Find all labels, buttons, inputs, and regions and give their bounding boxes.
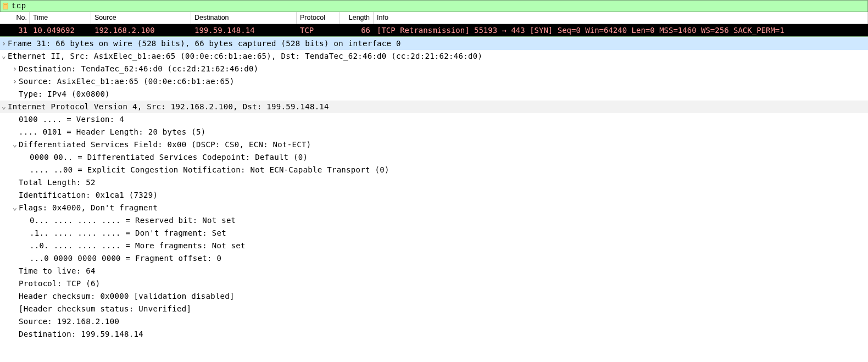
tree-ethernet-label: Ethernet II, Src: AsixElec_b1:ae:65 (00:…	[8, 50, 482, 63]
tree-ip-dst-label: Destination: 199.59.148.14	[19, 328, 143, 341]
packet-list-header: No. Time Source Destination Protocol Len…	[0, 12, 868, 24]
tree-ip-flags-reserved[interactable]: 0... .... .... .... = Reserved bit: Not …	[0, 214, 868, 227]
col-header-info[interactable]: Info	[374, 12, 868, 24]
chevron-down-icon[interactable]	[11, 202, 19, 214]
cell-destination: 199.59.148.14	[191, 24, 297, 36]
chevron-down-icon[interactable]	[0, 101, 8, 113]
chevron-down-icon[interactable]	[11, 138, 19, 151]
tree-ip-checksum-label: Header checksum: 0x0000 [validation disa…	[19, 290, 235, 303]
tree-ip-flags-mf[interactable]: ..0. .... .... .... = More fragments: No…	[0, 240, 868, 252]
tree-ip-checksum-status-label: [Header checksum status: Unverified]	[19, 303, 191, 315]
cell-protocol: TCP	[297, 24, 340, 36]
tree-eth-type[interactable]: Type: IPv4 (0x0800)	[0, 88, 868, 101]
tree-ip-src-label: Source: 192.168.2.100	[19, 315, 119, 328]
tree-ip-flags-df[interactable]: .1.. .... .... .... = Don't fragment: Se…	[0, 227, 868, 240]
tree-ip-hdrlen[interactable]: .... 0101 = Header Length: 20 bytes (5)	[0, 126, 868, 138]
tree-ip-ttl-label: Time to live: 64	[19, 265, 96, 277]
tree-ip-ecn-label: .... ..00 = Explicit Congestion Notifica…	[30, 164, 390, 176]
col-header-length[interactable]: Length	[340, 12, 374, 24]
tree-ip-dsfield-label: Differentiated Services Field: 0x00 (DSC…	[19, 138, 311, 151]
packet-details-pane: Frame 31: 66 bytes on wire (528 bits), 6…	[0, 36, 868, 341]
tree-ip-checksum[interactable]: Header checksum: 0x0000 [validation disa…	[0, 290, 868, 303]
chevron-right-icon[interactable]	[0, 37, 8, 50]
col-header-source[interactable]: Source	[91, 12, 191, 24]
tree-ip-dsfield[interactable]: Differentiated Services Field: 0x00 (DSC…	[0, 138, 868, 151]
tree-ip[interactable]: Internet Protocol Version 4, Src: 192.16…	[0, 101, 868, 113]
tree-ip-ecn[interactable]: .... ..00 = Explicit Congestion Notifica…	[0, 164, 868, 176]
tree-ip-flags-frag[interactable]: ...0 0000 0000 0000 = Fragment offset: 0	[0, 252, 868, 265]
tree-ip-version-label: 0100 .... = Version: 4	[19, 113, 124, 126]
col-header-protocol[interactable]: Protocol	[297, 12, 340, 24]
tree-ip-version[interactable]: 0100 .... = Version: 4	[0, 113, 868, 126]
tree-ip-totlen-label: Total Length: 52	[19, 176, 96, 189]
tree-eth-src[interactable]: Source: AsixElec_b1:ae:65 (00:0e:c6:b1:a…	[0, 75, 868, 88]
bookmark-icon[interactable]	[2, 2, 9, 10]
tree-ip-dscp[interactable]: 0000 00.. = Differentiated Services Code…	[0, 151, 868, 164]
chevron-right-icon[interactable]	[11, 63, 19, 75]
tree-ip-flags-df-label: .1.. .... .... .... = Don't fragment: Se…	[30, 227, 226, 240]
tree-ip-src[interactable]: Source: 192.168.2.100	[0, 315, 868, 328]
tree-eth-dst-label: Destination: TendaTec_62:46:d0 (cc:2d:21…	[19, 63, 258, 75]
chevron-down-icon[interactable]	[0, 50, 8, 63]
tree-ip-protocol[interactable]: Protocol: TCP (6)	[0, 277, 868, 290]
chevron-right-icon[interactable]	[11, 75, 19, 88]
tree-ip-dst[interactable]: Destination: 199.59.148.14	[0, 328, 868, 341]
tree-eth-dst[interactable]: Destination: TendaTec_62:46:d0 (cc:2d:21…	[0, 63, 868, 75]
tree-ip-flags-mf-label: ..0. .... .... .... = More fragments: No…	[30, 240, 246, 252]
tree-ip-flags[interactable]: Flags: 0x4000, Don't fragment	[0, 202, 868, 214]
tree-ip-flags-frag-label: ...0 0000 0000 0000 = Fragment offset: 0	[30, 252, 221, 265]
packet-row[interactable]: 31 10.049692 192.168.2.100 199.59.148.14…	[0, 24, 868, 36]
cell-info: [TCP Retransmission] 55193 → 443 [SYN] S…	[374, 24, 868, 36]
tree-eth-type-label: Type: IPv4 (0x0800)	[19, 88, 110, 101]
tree-frame[interactable]: Frame 31: 66 bytes on wire (528 bits), 6…	[0, 37, 868, 50]
tree-ip-checksum-status[interactable]: [Header checksum status: Unverified]	[0, 303, 868, 315]
tree-ethernet[interactable]: Ethernet II, Src: AsixElec_b1:ae:65 (00:…	[0, 50, 868, 63]
tree-ip-id[interactable]: Identification: 0x1ca1 (7329)	[0, 189, 868, 202]
svg-rect-1	[4, 4, 7, 4]
display-filter-input[interactable]	[10, 2, 866, 10]
tree-ip-id-label: Identification: 0x1ca1 (7329)	[19, 189, 158, 202]
tree-ip-flags-reserved-label: 0... .... .... .... = Reserved bit: Not …	[30, 214, 236, 227]
display-filter-bar	[0, 0, 868, 12]
cell-length: 66	[340, 24, 374, 36]
cell-time: 10.049692	[30, 24, 91, 36]
tree-ip-ttl[interactable]: Time to live: 64	[0, 265, 868, 277]
col-header-destination[interactable]: Destination	[191, 12, 297, 24]
tree-ip-totlen[interactable]: Total Length: 52	[0, 176, 868, 189]
col-header-time[interactable]: Time	[30, 12, 91, 24]
tree-eth-src-label: Source: AsixElec_b1:ae:65 (00:0e:c6:b1:a…	[19, 75, 235, 88]
tree-frame-label: Frame 31: 66 bytes on wire (528 bits), 6…	[8, 37, 401, 50]
tree-ip-flags-label: Flags: 0x4000, Don't fragment	[19, 202, 158, 214]
tree-ip-dscp-label: 0000 00.. = Differentiated Services Code…	[30, 151, 308, 164]
tree-ip-protocol-label: Protocol: TCP (6)	[19, 277, 100, 290]
tree-ip-hdrlen-label: .... 0101 = Header Length: 20 bytes (5)	[19, 126, 205, 138]
cell-no: 31	[0, 24, 30, 36]
col-header-no[interactable]: No.	[0, 12, 30, 24]
tree-ip-label: Internet Protocol Version 4, Src: 192.16…	[8, 101, 329, 113]
cell-source: 192.168.2.100	[91, 24, 191, 36]
